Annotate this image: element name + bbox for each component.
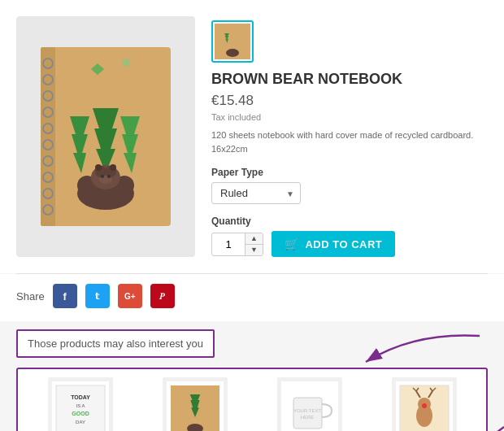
google-plus-button[interactable]: G+ xyxy=(118,284,142,308)
arrow-annotation-1 xyxy=(341,328,488,372)
share-label: Share xyxy=(16,290,45,303)
quantity-input[interactable] xyxy=(212,234,245,255)
svg-point-24 xyxy=(110,164,116,171)
main-product-section: BROWN BEAR NOTEBOOK €15.48 Tax included … xyxy=(0,0,504,273)
tax-info: Tax included xyxy=(211,112,488,122)
rec-product-4: €15.48 TAX INCL. ADD TO CART xyxy=(370,377,478,431)
svg-text:TODAY: TODAY xyxy=(71,394,90,400)
product-price: €15.48 xyxy=(211,93,488,109)
product-image-container xyxy=(16,16,195,257)
rec-image-3: YOUR TEXT HERE xyxy=(277,377,342,431)
svg-text:HERE: HERE xyxy=(300,415,314,420)
svg-text:IS A: IS A xyxy=(76,403,85,408)
twitter-button[interactable]: 𝕥 xyxy=(85,284,110,308)
qty-up-button[interactable]: ▲ xyxy=(245,233,263,245)
share-section: Share f 𝕥 G+ 𝑃 xyxy=(0,274,504,321)
rec-image-4 xyxy=(392,377,457,431)
svg-text:GOOD: GOOD xyxy=(72,411,89,416)
paper-type-label: Paper Type xyxy=(211,167,488,178)
product-title: BROWN BEAR NOTEBOOK xyxy=(211,71,488,88)
product-details: BROWN BEAR NOTEBOOK €15.48 Tax included … xyxy=(211,16,488,257)
svg-point-23 xyxy=(95,164,102,171)
qty-down-button[interactable]: ▼ xyxy=(245,245,263,255)
svg-point-26 xyxy=(101,175,104,178)
recommendations-title: Those products may also interest you xyxy=(16,329,215,358)
facebook-button[interactable]: f xyxy=(53,284,77,308)
rec-image-1: TODAY IS A GOOD DAY xyxy=(48,377,113,431)
recommendations-section: Those products may also interest you TOD… xyxy=(0,321,504,431)
paper-type-select[interactable]: Ruled Blank Lined xyxy=(211,182,301,204)
qty-arrows: ▲ ▼ xyxy=(245,233,263,255)
add-to-cart-label: ADD TO CART xyxy=(305,238,382,250)
quantity-label: Quantity xyxy=(211,216,488,227)
product-image xyxy=(33,43,179,230)
paper-type-wrapper: Ruled Blank Lined ▼ xyxy=(211,182,301,204)
rec-products-wrapper: TODAY IS A GOOD DAY €34.80 TAX INCL. ADD… xyxy=(16,368,488,431)
pinterest-button[interactable]: 𝑃 xyxy=(150,284,175,308)
svg-text:DAY: DAY xyxy=(76,420,85,424)
svg-point-57 xyxy=(422,403,427,408)
product-description: 120 sheets notebook with hard cover made… xyxy=(211,128,488,155)
rec-product-3: YOUR TEXT HERE €16.68 TAX INCL. CUSTOMIZ… xyxy=(255,377,363,431)
quantity-row: ▲ ▼ 🛒 ADD TO CART xyxy=(211,231,488,257)
add-to-cart-button[interactable]: 🛒 ADD TO CART xyxy=(272,231,395,257)
rec-product-1: TODAY IS A GOOD DAY €34.80 TAX INCL. ADD… xyxy=(26,377,134,431)
svg-text:YOUR TEXT: YOUR TEXT xyxy=(293,408,321,413)
product-thumbnail[interactable] xyxy=(211,20,254,63)
cart-icon: 🛒 xyxy=(285,237,299,250)
quantity-box: ▲ ▼ xyxy=(211,233,263,256)
rec-product-2: €10.80 TAX INCL. ADD TO CART xyxy=(141,377,249,431)
rec-products-list: TODAY IS A GOOD DAY €34.80 TAX INCL. ADD… xyxy=(26,377,478,431)
svg-point-30 xyxy=(226,49,239,57)
svg-rect-44 xyxy=(293,398,322,429)
rec-image-2 xyxy=(163,377,228,431)
svg-point-27 xyxy=(107,175,111,178)
